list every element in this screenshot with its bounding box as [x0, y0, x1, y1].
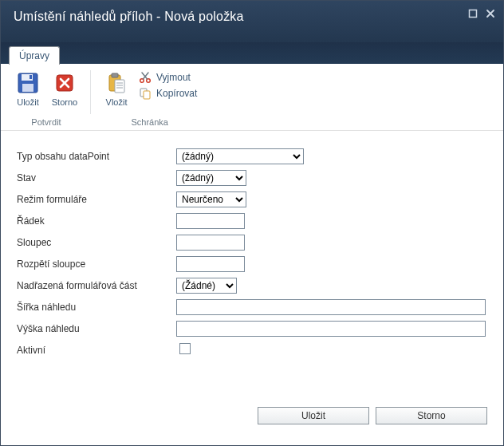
row-preview-h: Výška náhledu: [17, 318, 487, 339]
copy-icon: [139, 87, 152, 100]
svg-rect-0: [470, 10, 477, 18]
paste-button[interactable]: Vložit: [99, 69, 134, 109]
label-column: Sloupec: [17, 237, 176, 248]
row-colspan: Rozpětí sloupce: [17, 253, 487, 274]
cancel-button[interactable]: Storno: [47, 69, 82, 109]
window-title: Umístění náhledů příloh - Nová položka: [14, 9, 244, 25]
dialog-footer: Uložit Storno: [1, 399, 503, 445]
label-parent-part: Nadřazená formulářová část: [17, 280, 176, 291]
row-state: Stav (žádný): [17, 167, 487, 188]
svg-rect-3: [22, 84, 33, 92]
cancel-icon: [52, 70, 77, 96]
svg-rect-8: [115, 80, 124, 93]
input-row[interactable]: [176, 213, 245, 229]
paste-label: Vložit: [106, 97, 128, 107]
maximize-icon: [468, 9, 478, 18]
select-parent-part[interactable]: (Žádné): [176, 278, 237, 294]
input-colspan[interactable]: [176, 256, 245, 272]
input-column[interactable]: [176, 235, 245, 251]
ribbon-group-confirm: Uložit Storno Potvrdit: [7, 69, 85, 128]
tab-edit[interactable]: Úpravy: [9, 46, 60, 65]
label-preview-h: Výška náhledu: [17, 323, 176, 334]
copy-label: Kopírovat: [156, 88, 197, 99]
row-column: Sloupec: [17, 231, 487, 253]
select-state[interactable]: (žádný): [176, 170, 246, 186]
paste-icon: [104, 70, 129, 96]
checkbox-active[interactable]: [179, 343, 191, 354]
group-confirm-label: Potvrdit: [10, 115, 82, 128]
row-row: Řádek: [17, 210, 487, 231]
svg-rect-4: [30, 75, 32, 79]
row-content-type: Typ obsahu dataPoint (žádný): [17, 145, 487, 167]
cut-label: Vyjmout: [156, 72, 191, 83]
group-clipboard-label: Schránka: [99, 115, 200, 128]
svg-rect-7: [112, 73, 118, 77]
label-active: Aktivní: [17, 345, 176, 356]
ribbon-separator: [90, 70, 91, 114]
dialog-window: Umístění náhledů příloh - Nová položka Ú…: [0, 0, 504, 446]
copy-button[interactable]: Kopírovat: [136, 86, 200, 101]
row-form-mode: Režim formuláře Neurčeno: [17, 188, 487, 210]
select-content-type[interactable]: (žádný): [176, 148, 304, 164]
form-area: Typ obsahu dataPoint (žádný) Stav (žádný…: [1, 131, 503, 399]
label-state: Stav: [17, 172, 176, 184]
label-colspan: Rozpětí sloupce: [17, 259, 176, 270]
ribbon-tabstrip: Úpravy: [1, 42, 503, 64]
label-row: Řádek: [17, 215, 176, 227]
row-preview-w: Šířka náhledu: [17, 296, 487, 318]
label-content-type: Typ obsahu dataPoint: [17, 151, 176, 162]
cut-icon: [139, 71, 152, 84]
input-preview-h[interactable]: [176, 321, 486, 337]
input-preview-w[interactable]: [176, 299, 486, 315]
svg-rect-12: [144, 91, 150, 99]
save-label: Uložit: [17, 97, 39, 107]
close-icon: [486, 9, 495, 18]
row-active: Aktivní: [17, 339, 487, 361]
row-parent-part: Nadřazená formulářová část (Žádné): [17, 274, 487, 296]
window-controls: [467, 7, 497, 20]
select-form-mode[interactable]: Neurčeno: [176, 191, 246, 207]
cancel-label: Storno: [52, 97, 77, 107]
footer-save-button[interactable]: Uložit: [258, 407, 369, 424]
save-icon: [15, 70, 41, 96]
save-button[interactable]: Uložit: [10, 69, 45, 109]
cut-button[interactable]: Vyjmout: [136, 70, 200, 85]
footer-cancel-button[interactable]: Storno: [376, 407, 487, 424]
close-button[interactable]: [484, 7, 497, 20]
ribbon: Uložit Storno Potvrdit: [1, 64, 503, 131]
label-preview-w: Šířka náhledu: [17, 302, 176, 313]
maximize-button[interactable]: [467, 7, 479, 20]
titlebar: Umístění náhledů příloh - Nová položka: [1, 1, 503, 42]
ribbon-group-clipboard: Vložit Vyjmout: [96, 69, 203, 128]
label-form-mode: Režim formuláře: [17, 194, 176, 205]
